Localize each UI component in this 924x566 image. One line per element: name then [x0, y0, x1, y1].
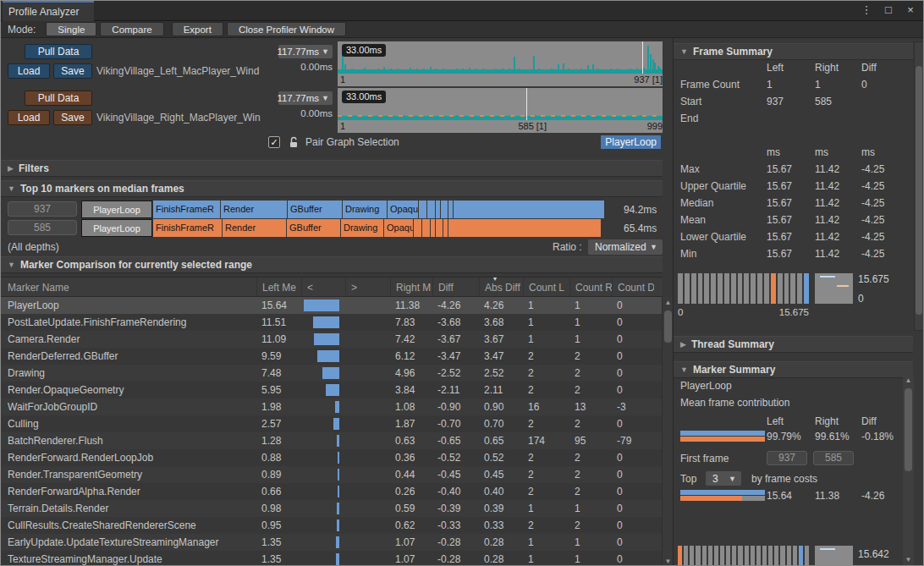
cell-num: -0.28 — [432, 553, 479, 565]
table-row[interactable]: WaitForJobGroupID1.981.08-0.900.901613-3 — [1, 398, 663, 415]
frame-range-left-dropdown[interactable]: 117.77ms ▼ — [278, 45, 333, 58]
frame-summary-scrollbar-thumb[interactable] — [916, 66, 922, 315]
table-row[interactable]: CullResults.CreateSharedRendererScene0.9… — [1, 517, 663, 534]
marker-segment[interactable]: GBuffer — [287, 219, 340, 237]
close-icon[interactable]: × — [905, 3, 916, 16]
filters-section-header[interactable]: ▶ Filters — [1, 160, 663, 177]
marker-segment[interactable]: Render — [223, 219, 286, 237]
marker-segment[interactable] — [436, 219, 443, 237]
table-row[interactable]: Camera.Render11.097.42-3.673.67110 — [1, 331, 663, 348]
window-tab[interactable]: Profile Analyzer — [3, 1, 94, 21]
marker-segment[interactable] — [441, 201, 448, 218]
frame-index-button[interactable]: 937 — [8, 201, 77, 217]
maximize-icon[interactable]: □ — [883, 3, 894, 16]
top10-section-header[interactable]: ▼ Top 10 markers on median frames — [1, 180, 663, 197]
frame-time-graph-left[interactable]: 33.00ms — [338, 41, 663, 74]
column-header-marker-name[interactable]: Marker Name — [1, 278, 256, 296]
table-row[interactable]: Drawing7.484.96-2.522.52220 — [1, 365, 663, 382]
marker-segment[interactable]: Drawing — [343, 201, 387, 218]
marker-summary-scrollbar[interactable]: ▲ ▼ — [903, 376, 914, 565]
table-row[interactable]: RenderForward.RenderLoopJob0.880.36-0.52… — [1, 449, 663, 466]
marker-segment[interactable] — [431, 219, 435, 237]
marker-segment[interactable] — [448, 201, 453, 218]
histogram-bar — [793, 546, 797, 566]
column-header->[interactable]: > — [345, 278, 390, 296]
frame-time-graph-right[interactable]: 33.00ms — [338, 88, 663, 120]
table-row[interactable]: RenderDeferred.GBuffer9.596.12-3.473.472… — [1, 348, 663, 365]
kebab-menu-icon[interactable]: ⋮ — [861, 3, 872, 16]
marker-boxplot[interactable] — [815, 546, 853, 566]
marker-segment[interactable]: Drawing — [341, 219, 383, 237]
left-bar — [335, 401, 339, 413]
scroll-up-icon[interactable]: ▲ — [903, 376, 914, 384]
scroll-down-icon[interactable]: ▼ — [903, 556, 914, 563]
column-header-count-l[interactable]: Count L — [523, 278, 569, 296]
frame-index-button[interactable]: 585 — [8, 220, 77, 235]
marker-summary-header[interactable]: ▼ Marker Summary — [674, 361, 913, 378]
marker-segment[interactable]: GBuffer — [288, 201, 342, 218]
cell-num: 7.48 — [256, 367, 301, 379]
load-left-button[interactable]: Load — [8, 63, 50, 79]
marker-segment[interactable]: Render — [221, 201, 287, 218]
top-n-dropdown[interactable]: 3 ▼ — [706, 471, 741, 486]
load-right-button[interactable]: Load — [8, 110, 50, 125]
frame-summary-header[interactable]: ▼ Frame Summary — [674, 43, 913, 60]
save-right-button[interactable]: Save — [53, 110, 92, 125]
table-row[interactable]: BatchRenderer.Flush1.280.63-0.650.651749… — [1, 432, 663, 449]
frame-boxplot[interactable] — [815, 273, 853, 304]
marker-segment[interactable]: PlayerLoop — [81, 201, 152, 218]
column-header-diff[interactable]: Diff — [432, 278, 479, 296]
thread-summary-header[interactable]: ▶ Thread Summary — [674, 336, 913, 353]
marker-segment[interactable] — [443, 219, 448, 237]
marker-segment[interactable] — [436, 201, 440, 218]
toolbar-export-button[interactable]: Export — [172, 22, 223, 36]
table-row[interactable]: EarlyUpdate.UpdateTextureStreamingManage… — [1, 534, 663, 551]
table-row[interactable]: Terrain.Details.Render0.980.59-0.390.391… — [1, 500, 663, 517]
pull-data-left-button[interactable]: Pull Data — [25, 44, 92, 59]
marker-segment[interactable]: Opaqu — [384, 219, 413, 237]
column-header-left-me[interactable]: Left Me — [256, 278, 301, 296]
save-left-button[interactable]: Save — [53, 63, 92, 79]
marker-segment[interactable] — [427, 201, 435, 218]
toolbar-close-profiler-window-button[interactable]: Close Profiler Window — [227, 22, 346, 36]
marker-segment[interactable] — [422, 219, 430, 237]
comparison-section-header[interactable]: ▼ Marker Comparison for currently select… — [1, 256, 663, 273]
marker-summary-scrollbar-thumb[interactable] — [905, 388, 912, 471]
marker-segment[interactable] — [454, 201, 604, 218]
column-header-abs-diff[interactable]: Abs Diff▼ — [479, 278, 523, 296]
table-scrollbar-thumb[interactable] — [664, 310, 672, 343]
first-frame-right-button[interactable]: 585 — [813, 451, 854, 465]
marker-segment[interactable]: FinishFrameR — [153, 219, 222, 237]
column-header-count-d[interactable]: Count D — [612, 278, 654, 296]
column-header-count-r[interactable]: Count R — [569, 278, 612, 296]
frame-range-right-dropdown[interactable]: 117.77ms ▼ — [278, 91, 333, 105]
marker-segment[interactable]: PlayerLoop — [81, 219, 152, 237]
ratio-dropdown[interactable]: Normalized ▼ — [588, 239, 663, 255]
marker-histogram[interactable] — [678, 546, 809, 566]
toolbar-actions: ExportClose Profiler Window — [172, 22, 346, 36]
marker-segment[interactable] — [414, 219, 421, 237]
table-row[interactable]: Render.OpaqueGeometry5.953.84-2.112.1122… — [1, 382, 663, 398]
table-row[interactable]: PlayerLoop15.6411.38-4.264.26110 — [1, 297, 663, 314]
unlock-icon[interactable] — [289, 136, 299, 151]
first-frame-left-button[interactable]: 937 — [767, 451, 807, 465]
marker-segment[interactable]: FinishFrameR — [153, 201, 220, 218]
pair-graph-checkbox[interactable]: ✓ — [268, 136, 280, 148]
marker-segment[interactable]: Opaqu — [388, 201, 418, 218]
table-row[interactable]: Render.TransparentGeometry0.890.44-0.450… — [1, 466, 663, 483]
table-row[interactable]: PostLateUpdate.FinishFrameRendering11.51… — [1, 314, 663, 331]
column-header-<[interactable]: < — [301, 278, 345, 296]
marker-segment[interactable] — [448, 219, 601, 237]
frame-summary-scrollbar[interactable] — [914, 41, 924, 331]
table-scrollbar[interactable]: ▲ ▼ — [662, 297, 673, 566]
mode-compare-button[interactable]: Compare — [100, 22, 163, 36]
frame-histogram[interactable] — [678, 273, 809, 304]
table-row[interactable]: TextureStreamingManager.Update1.351.07-0… — [1, 551, 663, 566]
table-row[interactable]: Culling2.571.87-0.700.70220 — [1, 415, 663, 432]
marker-segment[interactable] — [419, 201, 426, 218]
mode-single-button[interactable]: Single — [46, 22, 96, 36]
table-row[interactable]: RenderForwardAlpha.Render0.660.26-0.400.… — [1, 483, 663, 500]
pull-data-right-button[interactable]: Pull Data — [25, 91, 92, 106]
selected-marker-tag[interactable]: PlayerLoop — [601, 135, 661, 149]
column-header-right-m[interactable]: Right M — [390, 278, 432, 296]
